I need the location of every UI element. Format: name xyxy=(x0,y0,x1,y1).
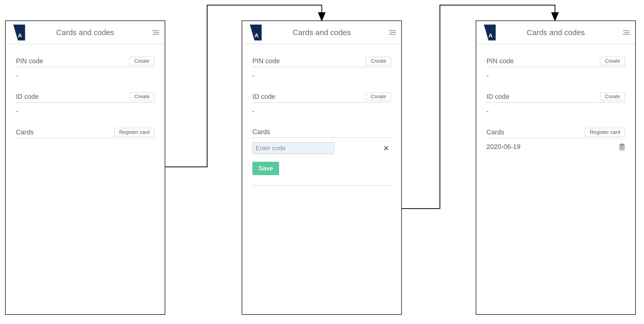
pin-code-label: PIN code xyxy=(252,57,280,65)
id-code-value: - xyxy=(16,107,154,115)
enter-code-row: ✕ xyxy=(252,142,391,154)
cards-row: Cards xyxy=(252,128,391,138)
panel-header: T A Cards and codes xyxy=(242,21,401,44)
svg-text:A: A xyxy=(254,32,259,39)
menu-icon[interactable] xyxy=(152,29,159,36)
register-card-button[interactable]: Register card xyxy=(585,128,625,136)
svg-text:T: T xyxy=(14,26,18,33)
panel-body: PIN code Create - ID code Create - Cards… xyxy=(6,44,165,314)
logo-icon: T A xyxy=(481,25,496,40)
cards-row: Cards Register card xyxy=(486,128,625,138)
close-icon[interactable]: ✕ xyxy=(381,143,391,154)
id-code-row: ID code Create xyxy=(252,92,391,103)
pin-code-label: PIN code xyxy=(486,57,514,65)
id-code-value: - xyxy=(252,107,391,115)
logo-icon: T A xyxy=(10,25,25,40)
svg-rect-17 xyxy=(621,144,623,145)
logo-icon: T A xyxy=(247,25,262,40)
card-entry: 2020-06-19 xyxy=(486,143,625,151)
create-pin-button[interactable]: Create xyxy=(366,57,391,65)
enter-code-input[interactable] xyxy=(252,142,334,154)
panel-step-1: T A Cards and codes PIN code Create - ID… xyxy=(5,20,165,315)
svg-text:A: A xyxy=(18,32,22,39)
cards-label: Cards xyxy=(486,128,504,136)
cards-label: Cards xyxy=(16,128,34,136)
create-id-button[interactable]: Create xyxy=(600,92,625,101)
panel-body: PIN code Create - ID code Create - Cards… xyxy=(476,44,635,314)
pin-code-row: PIN code Create xyxy=(252,57,391,67)
trash-icon[interactable] xyxy=(619,143,625,150)
register-card-button[interactable]: Register card xyxy=(114,128,154,136)
menu-icon[interactable] xyxy=(389,29,396,36)
page-title: Cards and codes xyxy=(527,28,585,37)
pin-code-label: PIN code xyxy=(16,57,43,65)
pin-code-value: - xyxy=(486,72,625,80)
id-code-value: - xyxy=(486,107,625,115)
pin-code-row: PIN code Create xyxy=(486,57,625,67)
page-title: Cards and codes xyxy=(56,28,114,37)
id-code-row: ID code Create xyxy=(16,92,154,103)
panel-header: T A Cards and codes xyxy=(6,21,165,44)
create-pin-button[interactable]: Create xyxy=(129,57,154,65)
id-code-label: ID code xyxy=(486,93,509,101)
save-button[interactable]: Save xyxy=(252,162,279,175)
card-entry-date: 2020-06-19 xyxy=(486,143,520,151)
id-code-label: ID code xyxy=(16,93,39,101)
svg-text:T: T xyxy=(251,26,254,33)
svg-text:A: A xyxy=(488,32,493,39)
panel-step-3: T A Cards and codes PIN code Create - ID… xyxy=(476,20,636,315)
cards-label: Cards xyxy=(252,128,270,136)
create-pin-button[interactable]: Create xyxy=(600,57,625,65)
create-id-button[interactable]: Create xyxy=(129,92,154,101)
svg-text:T: T xyxy=(485,26,488,33)
panel-body: PIN code Create - ID code Create - Cards… xyxy=(242,44,401,314)
page-title: Cards and codes xyxy=(293,28,351,37)
pin-code-value: - xyxy=(16,72,154,80)
panel-header: T A Cards and codes xyxy=(476,21,635,44)
cards-row: Cards Register card xyxy=(16,128,154,138)
menu-icon[interactable] xyxy=(623,29,630,36)
pin-code-row: PIN code Create xyxy=(16,57,154,67)
id-code-row: ID code Create xyxy=(486,92,625,103)
create-id-button[interactable]: Create xyxy=(366,92,391,101)
id-code-label: ID code xyxy=(252,93,275,101)
divider xyxy=(252,185,391,186)
pin-code-value: - xyxy=(252,72,391,80)
panel-step-2: T A Cards and codes PIN code Create - ID… xyxy=(242,20,402,315)
